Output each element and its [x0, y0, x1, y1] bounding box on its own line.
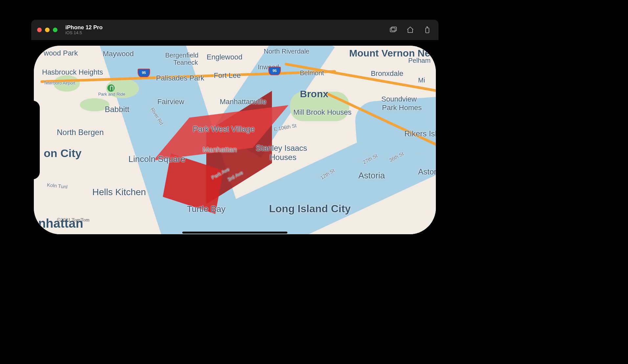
map-label: Turtle Bay	[187, 204, 226, 214]
map-label: Bergenfield	[165, 52, 198, 59]
map-label: Teterboro Airport	[44, 80, 75, 85]
map-attribution: ©2021 TomTom	[57, 217, 89, 223]
map-label: Park Homes	[382, 103, 422, 112]
minimize-window-button[interactable]	[45, 28, 50, 32]
titlebar: iPhone 12 Pro iOS 14.5	[31, 20, 438, 40]
zoom-window-button[interactable]	[53, 28, 57, 32]
map-label: North Riverdale	[264, 48, 309, 55]
svg-rect-0	[390, 28, 395, 32]
map-label: Houses	[270, 153, 296, 162]
screenshot-icon[interactable]	[389, 26, 397, 34]
map-label: Hasbrouck Heights	[42, 68, 103, 77]
toolbar	[389, 26, 431, 34]
park-and-ride-icon	[107, 84, 115, 92]
map-view[interactable]: wood Park Maywood Bergenfield Englewood …	[34, 46, 436, 234]
map-label: Pelham	[408, 57, 431, 64]
map-label: Belmont	[300, 69, 324, 77]
highway-shield-i95: 95	[268, 67, 281, 75]
map-label: Manhattan	[203, 146, 237, 154]
simulated-iphone: wood Park Maywood Bergenfield Englewood …	[31, 43, 438, 237]
map-label: Palisades Park	[156, 74, 204, 82]
map-label: Rikers Isla	[404, 129, 436, 138]
map-label: Teaneck	[173, 59, 198, 66]
device-notch	[31, 101, 40, 179]
map-label: on City	[44, 147, 81, 160]
close-window-button[interactable]	[37, 28, 42, 32]
map-label: Park and Ride	[98, 92, 125, 97]
highway-shield-i95: 95	[138, 69, 150, 77]
rotate-icon[interactable]	[423, 26, 431, 34]
map-label: Long Island City	[269, 203, 351, 215]
map-label: Mill Brook Houses	[293, 108, 351, 117]
title-block: iPhone 12 Pro iOS 14.5	[65, 25, 102, 35]
map-label: Park West Village	[193, 125, 255, 134]
map-label: Manhattanville	[220, 98, 266, 106]
simulator-window: iPhone 12 Pro iOS 14.5	[31, 20, 438, 240]
map-label: Babbitt	[105, 105, 129, 114]
svg-rect-2	[426, 28, 429, 33]
map-label: Fort Lee	[214, 71, 241, 80]
svg-rect-1	[392, 27, 396, 31]
map-label: Astoria	[358, 171, 385, 181]
map-label: Fairview	[157, 98, 184, 106]
map-label: wood Park	[44, 49, 78, 57]
map-label: Lincoln Square	[128, 154, 185, 164]
map-label: Stanley Isaacs	[256, 144, 307, 153]
map-label: Soundview	[381, 95, 417, 103]
map-label: Bronxdale	[371, 69, 403, 78]
device-name: iPhone 12 Pro	[65, 25, 102, 31]
map-label: Hells Kitchen	[92, 187, 146, 197]
map-label: Astoria	[418, 167, 436, 176]
map-label: Mi	[418, 77, 425, 84]
traffic-lights	[37, 28, 57, 32]
map-label: Bronx	[300, 88, 328, 100]
os-version: iOS 14.5	[65, 31, 102, 35]
map-label: Maywood	[103, 50, 134, 58]
map-label: North Bergen	[57, 128, 104, 137]
home-indicator[interactable]	[182, 232, 287, 234]
phone-canvas: wood Park Maywood Bergenfield Englewood …	[31, 40, 438, 240]
map-label: Englewood	[207, 53, 242, 61]
home-icon[interactable]	[406, 26, 414, 34]
